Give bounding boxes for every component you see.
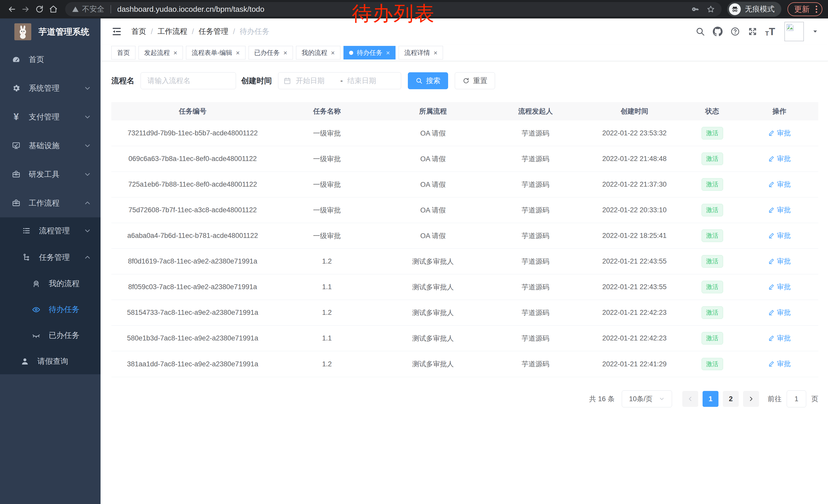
tab-close-icon[interactable]: × <box>173 49 177 56</box>
cell-starter: 芋道源码 <box>486 308 585 317</box>
url-text[interactable]: dashboard.yudao.iocoder.cn/bpm/task/todo <box>117 5 688 13</box>
bookmark-star-icon[interactable] <box>707 5 715 13</box>
sidebar-item-task-management[interactable]: 任务管理 <box>0 244 100 271</box>
tab-close-icon[interactable]: × <box>236 49 240 56</box>
chevron-down-icon <box>84 227 91 234</box>
sidebar-collapse-button[interactable] <box>111 26 122 37</box>
process-name-field[interactable] <box>140 72 236 89</box>
cell-task-id: 75d72608-7b7f-11ec-a3c8-acde48001122 <box>111 206 274 214</box>
monitor-icon <box>11 141 21 150</box>
breadcrumb-separator: / <box>233 28 235 36</box>
sidebar-item-workflow[interactable]: 工作流程 <box>0 189 100 217</box>
browser-home-button[interactable] <box>47 3 59 15</box>
breadcrumb-item[interactable]: 工作流程 <box>158 27 187 37</box>
tab-active[interactable]: 待办任务× <box>343 46 396 59</box>
page-size-value: 10条/页 <box>629 394 653 404</box>
search-button[interactable]: 搜索 <box>408 72 448 89</box>
prev-page-button[interactable] <box>682 391 698 407</box>
date-range-picker[interactable]: - <box>278 72 401 89</box>
reset-button[interactable]: 重置 <box>455 72 495 89</box>
tab-item[interactable]: 已办任务× <box>249 46 293 59</box>
page-size-select[interactable]: 10条/页 <box>622 391 672 407</box>
app-window: 芋道管理系统 首页 系统管理 ¥ 支付管理 <box>0 18 828 504</box>
tab-label: 发起流程 <box>144 48 170 57</box>
caret-down-icon[interactable] <box>812 29 818 35</box>
sidebar-item-done-tasks[interactable]: 已办任务 <box>0 322 100 349</box>
incognito-label: 无痕模式 <box>745 4 775 14</box>
page-button-1[interactable]: 1 <box>703 391 718 407</box>
sidebar-item-dev-tools[interactable]: 研发工具 <box>0 160 100 189</box>
tab-close-icon[interactable]: × <box>386 49 390 56</box>
password-key-icon[interactable] <box>691 5 700 13</box>
approve-button[interactable]: 审批 <box>768 231 791 240</box>
tab-item[interactable]: 流程表单-编辑× <box>186 46 245 59</box>
sidebar-item-system[interactable]: 系统管理 <box>0 74 100 102</box>
cell-task-name: 一级审批 <box>274 154 380 164</box>
header-starter: 流程发起人 <box>486 107 585 116</box>
approve-button[interactable]: 审批 <box>768 129 791 138</box>
sidebar-item-my-process[interactable]: 我的流程 <box>0 271 100 296</box>
tab-label: 流程详情 <box>404 48 430 57</box>
browser-reload-button[interactable] <box>33 3 46 15</box>
cell-actions: 审批 <box>741 333 818 343</box>
tab-item[interactable]: 我的流程× <box>296 46 340 59</box>
cell-task-name: 一级审批 <box>274 180 380 189</box>
security-status[interactable]: 不安全 <box>72 4 105 14</box>
process-name-label: 流程名 <box>111 76 134 86</box>
avatar[interactable] <box>784 22 804 41</box>
next-page-button[interactable] <box>743 391 759 407</box>
tab-item[interactable]: 发起流程× <box>138 46 183 59</box>
approve-button[interactable]: 审批 <box>768 257 791 266</box>
approve-button[interactable]: 审批 <box>768 154 791 163</box>
approve-button[interactable]: 审批 <box>768 180 791 189</box>
approve-button[interactable]: 审批 <box>768 359 791 368</box>
sidebar-logo[interactable]: 芋道管理系统 <box>0 18 100 45</box>
header-status: 状态 <box>684 107 740 116</box>
page-button-2[interactable]: 2 <box>723 391 739 407</box>
sidebar-item-payment[interactable]: ¥ 支付管理 <box>0 102 100 131</box>
tab-label: 首页 <box>117 48 130 57</box>
address-bar[interactable]: 不安全 dashboard.yudao.iocoder.cn/bpm/task/… <box>65 2 721 16</box>
sidebar-item-process-management[interactable]: 流程管理 <box>0 217 100 244</box>
status-badge: 激活 <box>702 204 723 216</box>
browser-update-button[interactable]: 更新 <box>787 2 822 16</box>
approve-button[interactable]: 审批 <box>768 308 791 317</box>
github-icon[interactable] <box>713 27 722 36</box>
page-suffix-label: 页 <box>811 394 818 404</box>
breadcrumb-item[interactable]: 首页 <box>131 27 146 37</box>
fullscreen-icon[interactable] <box>748 27 757 36</box>
approve-button[interactable]: 审批 <box>768 333 791 343</box>
breadcrumb-item[interactable]: 任务管理 <box>199 27 228 37</box>
end-date-input[interactable] <box>347 77 388 85</box>
cell-task-id: 069c6a63-7b8a-11ec-8ef0-acde48001122 <box>111 155 274 163</box>
start-date-input[interactable] <box>295 77 336 85</box>
tab-close-icon[interactable]: × <box>331 49 335 56</box>
font-size-icon[interactable]: TT <box>765 27 775 37</box>
broken-image-icon <box>786 23 794 32</box>
approve-button[interactable]: 审批 <box>768 205 791 215</box>
cell-actions: 审批 <box>741 154 818 164</box>
breadcrumb-separator: / <box>192 28 194 36</box>
cell-status: 激活 <box>684 306 740 319</box>
process-name-input[interactable] <box>147 77 230 85</box>
app-title: 芋道管理系统 <box>38 26 89 38</box>
eye-icon <box>31 305 41 314</box>
edit-icon <box>768 360 775 367</box>
arrow-right-icon <box>21 5 30 13</box>
sidebar-item-todo-tasks[interactable]: 待办任务 <box>0 296 100 322</box>
search-icon[interactable] <box>695 27 705 36</box>
sidebar-item-infrastructure[interactable]: 基础设施 <box>0 131 100 160</box>
tab-item[interactable]: 流程详情× <box>399 46 443 59</box>
browser-menu-icon[interactable] <box>814 6 819 13</box>
browser-forward-button[interactable] <box>19 3 32 15</box>
sidebar-item-leave-query[interactable]: 请假查询 <box>0 349 100 374</box>
goto-page-input[interactable] <box>787 391 806 407</box>
approve-button[interactable]: 审批 <box>768 282 791 291</box>
tab-close-icon[interactable]: × <box>283 49 287 56</box>
sidebar-item-home[interactable]: 首页 <box>0 45 100 74</box>
help-icon[interactable] <box>730 27 740 36</box>
tab-item[interactable]: 首页 <box>111 46 135 59</box>
browser-back-button[interactable] <box>6 3 18 15</box>
user-face-icon <box>31 279 41 288</box>
tab-close-icon[interactable]: × <box>433 49 437 56</box>
